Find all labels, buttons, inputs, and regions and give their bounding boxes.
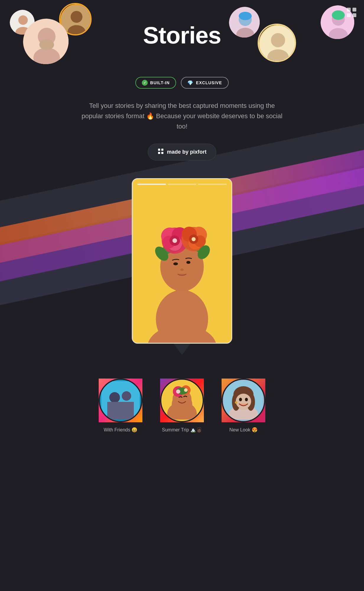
check-icon: ✓ (142, 80, 148, 86)
page-wrapper: Stories ✓ BUILT-IN 💎 EXCLUSIVE Tell your… (0, 0, 364, 591)
story-label-3: New Look 😍 (229, 427, 258, 433)
avatar-blue-hair (228, 6, 261, 38)
svg-point-57 (122, 391, 131, 401)
svg-point-31 (186, 261, 191, 264)
svg-rect-23 (158, 152, 160, 154)
avatar-circle-3 (23, 19, 69, 65)
svg-point-67 (184, 388, 188, 392)
description-text: Tell your stories by sharing the best ca… (79, 100, 285, 132)
pixfort-button[interactable]: made by pixfort (148, 144, 216, 160)
svg-point-30 (173, 262, 178, 265)
story-circle-3-inner (222, 379, 265, 422)
page-title: Stories (143, 24, 221, 47)
svg-point-13 (239, 12, 252, 20)
svg-point-44 (173, 238, 177, 243)
pixfort-button-label: made by pixfort (167, 149, 207, 155)
floating-avatars-area: Stories (0, 0, 364, 77)
badge-builtin-label: BUILT-IN (150, 80, 170, 85)
svg-rect-78 (347, 8, 351, 12)
svg-rect-21 (158, 149, 160, 151)
story-item-3[interactable]: New Look 😍 (222, 379, 265, 433)
progress-bar-1 (137, 184, 166, 185)
svg-point-76 (245, 398, 248, 401)
svg-point-9 (39, 39, 54, 50)
svg-point-15 (271, 33, 285, 47)
badge-builtin: ✓ BUILT-IN (135, 77, 176, 89)
svg-rect-81 (352, 13, 356, 17)
story-circle-3-outer (222, 379, 265, 422)
story-circle-2-inner (160, 379, 204, 422)
badges-row: ✓ BUILT-IN 💎 EXCLUSIVE (135, 77, 228, 89)
story-card-container (132, 178, 232, 355)
story-item-1[interactable]: With Friends 😄 (99, 379, 142, 433)
progress-bar-2 (168, 184, 196, 185)
main-content: Stories ✓ BUILT-IN 💎 EXCLUSIVE Tell your… (0, 0, 364, 450)
svg-point-75 (239, 398, 242, 401)
avatar-circle-4 (229, 7, 261, 38)
svg-rect-79 (352, 8, 356, 12)
svg-rect-24 (161, 152, 163, 154)
svg-point-66 (176, 389, 180, 394)
story-card[interactable] (132, 178, 232, 344)
badge-exclusive-label: EXCLUSIVE (196, 80, 222, 85)
story-circle-2-outer (160, 379, 204, 422)
story-label-1: With Friends 😄 (104, 427, 137, 433)
svg-point-20 (332, 10, 345, 20)
svg-rect-80 (347, 13, 351, 17)
svg-point-1 (18, 15, 28, 25)
story-portrait (133, 179, 231, 343)
svg-point-32 (180, 268, 184, 271)
triangle-pointer (173, 343, 191, 355)
svg-point-4 (71, 11, 82, 23)
story-progress-bars (137, 184, 227, 185)
avatar-smiling-man (258, 24, 296, 62)
diamond-icon: 💎 (187, 80, 194, 86)
svg-rect-58 (107, 402, 134, 420)
svg-point-77 (235, 401, 237, 404)
story-label-2: Summer Trip 🏔️👩🏿 (162, 427, 202, 433)
svg-rect-22 (161, 149, 163, 151)
badge-exclusive: 💎 EXCLUSIVE (181, 77, 228, 89)
story-circle-1-outer (99, 379, 142, 422)
svg-point-74 (236, 394, 251, 409)
pixfort-logo-corner (346, 7, 357, 19)
story-item-2[interactable]: Summer Trip 🏔️👩🏿 (160, 379, 204, 433)
progress-bar-3 (198, 184, 227, 185)
story-circle-1-inner (99, 379, 142, 422)
svg-point-51 (191, 237, 196, 241)
story-circles-row: With Friends 😄 (99, 379, 265, 450)
pixfort-logo-icon (157, 148, 164, 156)
avatar-circle-5 (259, 25, 296, 62)
svg-point-56 (109, 392, 120, 403)
avatar-bearded-man (22, 18, 69, 65)
